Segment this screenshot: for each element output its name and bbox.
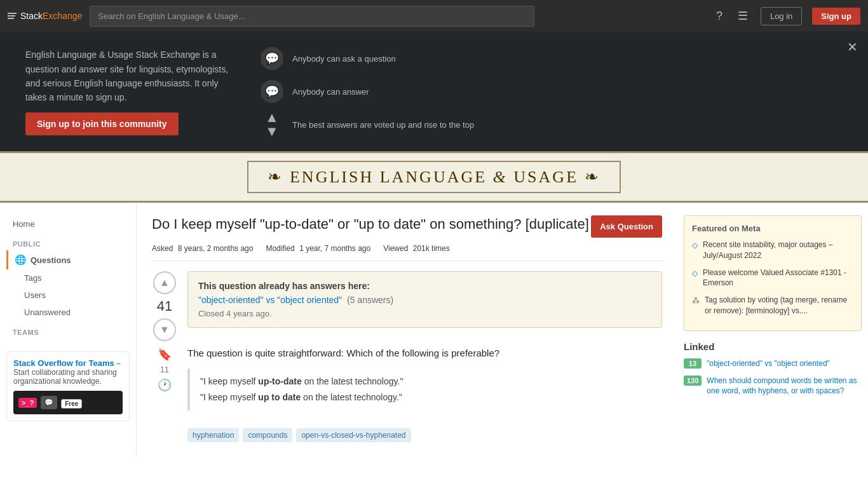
featured-meta-title: Featured on Meta <box>692 224 853 233</box>
ask-icon: 💬 <box>261 47 283 70</box>
right-sidebar: Featured on Meta ◇ Recent site instabili… <box>677 203 868 455</box>
vote-up-button[interactable]: ▲ <box>153 271 176 294</box>
teams-title[interactable]: Stack Overflow for Teams <box>13 358 114 368</box>
sidebar: Home PUBLIC 🌐 Questions Tags Users Unans… <box>0 203 137 455</box>
sidebar-teams-label: TEAMS <box>6 321 130 339</box>
teams-box: Stack Overflow for Teams – Start collabo… <box>6 351 130 421</box>
bookmark-count: 11 <box>160 365 168 374</box>
vote-count: 41 <box>157 298 172 315</box>
globe-icon: 🌐 <box>15 254 27 266</box>
site-logo[interactable]: StackExchange <box>8 11 82 21</box>
feature-vote-text: The best answers are voted up and rise t… <box>292 120 474 130</box>
featured-meta-box: Featured on Meta ◇ Recent site instabili… <box>684 215 862 331</box>
logo-text: StackExchange <box>20 11 82 21</box>
banner-description: English Language & Usage Stack Exchange … <box>25 48 235 105</box>
main-content: Do I keep myself "up-to-date" or "up to … <box>137 203 677 455</box>
site-header-inner: ❧ ENGLISH LANGUAGE & USAGE ❧ <box>247 161 620 193</box>
site-title: ❧ ENGLISH LANGUAGE & USAGE ❧ <box>268 167 600 187</box>
question-header: Do I keep myself "up-to-date" or "up to … <box>152 215 662 238</box>
question-meta: Asked 8 years, 2 months ago Modified 1 y… <box>152 244 662 261</box>
linked-link-2[interactable]: When should compound words be written as… <box>707 376 862 397</box>
teams-text: Stack Overflow for Teams – Start collabo… <box>13 358 123 386</box>
duplicate-link[interactable]: "object-oriented" vs "object oriented" <box>198 295 342 305</box>
tag-open-vs-closed[interactable]: open-vs-closed-vs-hyphenated <box>296 428 410 442</box>
banner-text-area: English Language & Usage Stack Exchange … <box>25 48 235 135</box>
teams-preview-icon: >_? <box>18 398 37 408</box>
banner-features: 💬 Anybody can ask a question 💬 Anybody c… <box>261 47 474 136</box>
linked-score-2: 130 <box>684 376 702 386</box>
viewed-value: 201k times <box>413 244 450 253</box>
teams-chat-preview: 💬 <box>41 396 57 409</box>
login-button[interactable]: Log in <box>761 7 802 25</box>
site-title-text2: ❧ <box>585 168 600 186</box>
sidebar-public-label: PUBLIC <box>6 233 130 250</box>
featured-meta-item-1: ◇ Recent site instability, major outages… <box>692 240 853 261</box>
viewed-meta: Viewed 201k times <box>383 244 450 253</box>
modified-label: Modified <box>266 244 294 253</box>
help-button[interactable]: ? <box>714 7 725 25</box>
site-title-main: ENGLISH LANGUAGE <box>290 168 487 186</box>
modified-meta: Modified 1 year, 7 months ago <box>266 244 370 253</box>
linked-section: Linked 13 "object-oriented" vs "object o… <box>684 341 862 396</box>
tag-hyphenation[interactable]: hyphenation <box>187 428 239 442</box>
modified-value: 1 year, 7 months ago <box>299 244 370 253</box>
meta-special-icon: ⁂ <box>692 295 700 306</box>
quote-block: "I keep myself up-to-date on the latest … <box>187 369 662 410</box>
site-title-text1: ❧ <box>268 168 290 186</box>
join-community-button[interactable]: Sign up to join this community <box>25 112 179 135</box>
meta-diamond-icon-2: ◇ <box>692 268 698 279</box>
linked-link-1[interactable]: "object-oriented" vs "object oriented" <box>707 358 830 369</box>
question-text: The question is quite straightforward: W… <box>187 346 662 361</box>
featured-meta-item-2: ◇ Please welcome Valued Associate #1301 … <box>692 268 853 289</box>
closed-note: Closed 4 years ago. <box>198 309 651 318</box>
feature-vote: ▲▼ The best answers are voted up and ris… <box>261 113 474 136</box>
search-bar <box>90 6 534 27</box>
linked-score-1: 13 <box>684 358 702 369</box>
tag-compounds[interactable]: compounds <box>243 428 292 442</box>
feature-ask: 💬 Anybody can ask a question <box>261 47 474 70</box>
nav-icons: ? ☰ Log in Sign up <box>714 6 860 25</box>
sidebar-item-questions[interactable]: 🌐 Questions <box>6 250 130 269</box>
vote-icon: ▲▼ <box>261 113 283 136</box>
vote-down-button[interactable]: ▼ <box>153 318 176 341</box>
featured-meta-text-3[interactable]: Tag solution by voting (tag merge, renam… <box>705 295 853 316</box>
asked-meta: Asked 8 years, 2 months ago <box>152 244 253 253</box>
bookmark-button[interactable]: 🔖 <box>158 348 172 362</box>
duplicate-link-row: "object-oriented" vs "object oriented" (… <box>198 295 651 305</box>
duplicate-notice: This question already has answers here: … <box>187 271 662 328</box>
sidebar-item-tags[interactable]: Tags <box>6 269 130 287</box>
linked-title: Linked <box>684 341 862 352</box>
meta-diamond-icon-1: ◇ <box>692 240 698 251</box>
sidebar-item-home[interactable]: Home <box>6 215 130 233</box>
site-header: ❧ ENGLISH LANGUAGE & USAGE ❧ <box>0 151 868 203</box>
banner-close-button[interactable]: ✕ <box>847 39 858 55</box>
question-title: Do I keep myself "up-to-date" or "up to … <box>152 215 589 234</box>
inbox-button[interactable]: ☰ <box>735 6 750 25</box>
uptodate-open: up to date <box>258 392 301 402</box>
signup-button[interactable]: Sign up <box>812 8 860 25</box>
sidebar-item-users[interactable]: Users <box>6 287 130 304</box>
linked-item-1: 13 "object-oriented" vs "object oriented… <box>684 358 862 369</box>
quote-line-2: "I keep myself up to date on the latest … <box>200 390 652 405</box>
uptodate-hyphenated: up-to-date <box>258 376 301 386</box>
main-layout: Home PUBLIC 🌐 Questions Tags Users Unans… <box>0 203 868 455</box>
answer-icon: 💬 <box>261 80 283 103</box>
sidebar-item-unanswered[interactable]: Unanswered <box>6 304 130 321</box>
history-button[interactable]: 🕐 <box>158 378 172 392</box>
search-input[interactable] <box>90 6 534 27</box>
viewed-label: Viewed <box>383 244 408 253</box>
ask-question-button[interactable]: Ask Question <box>591 215 662 238</box>
asked-label: Asked <box>152 244 173 253</box>
duplicate-answers: (5 answers) <box>347 295 393 305</box>
question-body: ▲ 41 ▼ 🔖 11 🕐 This question already has … <box>152 271 662 442</box>
sidebar-questions-label: Questions <box>31 255 71 265</box>
teams-preview: >_? 💬 Free <box>13 391 123 414</box>
free-badge: Free <box>61 399 82 409</box>
featured-meta-text-2[interactable]: Please welcome Valued Associate #1301 - … <box>703 268 853 289</box>
feature-ask-text: Anybody can ask a question <box>292 54 396 64</box>
featured-meta-text-1[interactable]: Recent site instability, major outages –… <box>703 240 853 261</box>
stack-icon <box>8 13 17 19</box>
site-title-usage: USAGE <box>513 168 578 186</box>
asked-value: 8 years, 2 months ago <box>178 244 254 253</box>
top-navigation: StackExchange ? ☰ Log in Sign up <box>0 0 868 32</box>
